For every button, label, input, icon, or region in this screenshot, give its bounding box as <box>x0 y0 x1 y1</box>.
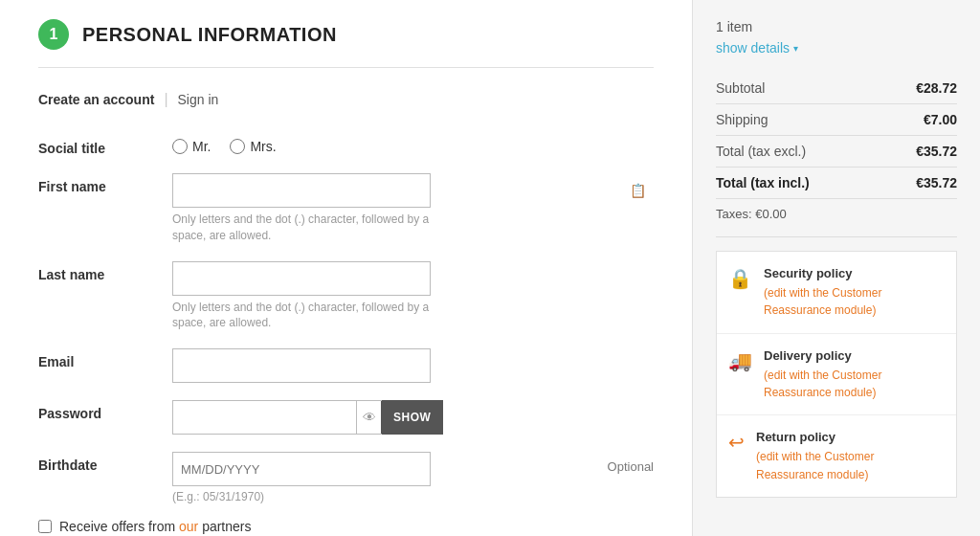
first-name-label: First name <box>38 173 172 194</box>
mrs-radio[interactable] <box>230 139 245 154</box>
total-excl-label: Total (tax excl.) <box>716 144 806 159</box>
birthdate-label: Birthdate <box>38 452 172 473</box>
password-field: 👁 SHOW <box>172 400 654 435</box>
shipping-label: Shipping <box>716 112 768 127</box>
divider <box>38 67 654 68</box>
password-input[interactable] <box>172 400 356 435</box>
total-incl-row: Total (tax incl.) €35.72 <box>716 168 957 199</box>
security-policy-edit: (edit with the Customer Reassurance modu… <box>764 286 881 317</box>
truck-icon: 🚚 <box>728 349 752 372</box>
social-title-label: Social title <box>38 135 172 156</box>
chevron-down-icon: ▾ <box>793 43 798 54</box>
security-policy-title: Security policy <box>764 265 945 282</box>
total-incl-value: €35.72 <box>916 175 957 190</box>
social-title-row: Social title Mr. Mrs. <box>38 135 654 156</box>
total-excl-value: €35.72 <box>916 144 957 159</box>
show-details-text: show details <box>716 40 790 56</box>
delivery-policy-text: Delivery policy (edit with the Customer … <box>764 347 945 402</box>
auth-separator: | <box>164 91 167 108</box>
show-details-link[interactable]: show details ▾ <box>716 40 957 56</box>
social-title-field: Mr. Mrs. <box>172 135 654 154</box>
mr-radio-label[interactable]: Mr. <box>172 139 211 154</box>
return-policy-edit: (edit with the Customer Reassurance modu… <box>756 450 874 480</box>
calendar-icon: 📋 <box>630 183 646 198</box>
birthdate-hint: (E.g.: 05/31/1970) <box>172 490 592 503</box>
first-name-field: 📋 Only letters and the dot (.) character… <box>172 173 654 244</box>
delivery-policy-edit: (edit with the Customer Reassurance modu… <box>764 368 881 399</box>
mrs-radio-label[interactable]: Mrs. <box>230 139 276 154</box>
step-badge: 1 <box>38 19 69 50</box>
create-account-link[interactable]: Create an account <box>38 92 154 107</box>
section-header: 1 PERSONAL INFORMATION <box>38 19 654 50</box>
return-policy-title: Return policy <box>756 429 945 446</box>
taxes-line: Taxes: €0.00 <box>716 199 957 237</box>
last-name-hint: Only letters and the dot (.) character, … <box>172 300 431 332</box>
email-field <box>172 348 654 383</box>
shipping-value: €7.00 <box>924 112 957 127</box>
first-name-input-wrapper: 📋 <box>172 173 654 208</box>
optional-label: Optional <box>608 452 654 474</box>
mr-radio[interactable] <box>172 139 188 154</box>
total-excl-row: Total (tax excl.) €35.72 <box>716 136 957 168</box>
mrs-label-text: Mrs. <box>250 139 276 154</box>
last-name-input-wrapper <box>172 261 654 296</box>
return-policy-item: ↩ Return policy (edit with the Customer … <box>717 415 956 497</box>
first-name-hint: Only letters and the dot (.) character, … <box>172 212 431 244</box>
partners-offer-label: Receive offers from our partners <box>59 519 252 534</box>
partners-offer-row: Receive offers from our partners <box>38 519 654 534</box>
return-icon: ↩ <box>728 431 745 454</box>
first-name-input[interactable] <box>172 173 431 208</box>
lock-icon: 🔒 <box>728 267 752 290</box>
delivery-policy-item: 🚚 Delivery policy (edit with the Custome… <box>717 334 956 416</box>
show-password-button[interactable]: SHOW <box>381 400 443 435</box>
password-row: Password 👁 SHOW <box>38 400 654 435</box>
birthdate-row: Birthdate (E.g.: 05/31/1970) Optional <box>38 452 654 503</box>
return-policy-text: Return policy (edit with the Customer Re… <box>756 429 945 483</box>
subtotal-row: Subtotal €28.72 <box>716 73 957 104</box>
birthdate-input[interactable] <box>172 452 431 486</box>
mr-label-text: Mr. <box>192 139 211 154</box>
email-row: Email <box>38 348 654 383</box>
last-name-input[interactable] <box>172 261 431 296</box>
security-policy-item: 🔒 Security policy (edit with the Custome… <box>717 252 956 334</box>
shipping-row: Shipping €7.00 <box>716 104 957 136</box>
sign-in-link[interactable]: Sign in <box>178 92 219 107</box>
birthdate-field: (E.g.: 05/31/1970) <box>172 452 592 503</box>
form-panel: 1 PERSONAL INFORMATION Create an account… <box>0 0 693 536</box>
partners-offer-checkbox[interactable] <box>38 520 52 533</box>
password-label: Password <box>38 400 172 421</box>
password-wrapper: 👁 SHOW <box>172 400 431 435</box>
email-input[interactable] <box>172 348 431 383</box>
subtotal-value: €28.72 <box>916 80 957 96</box>
subtotal-label: Subtotal <box>716 80 765 96</box>
partners-offer-link[interactable]: our <box>179 519 198 534</box>
last-name-row: Last name Only letters and the dot (.) c… <box>38 261 654 332</box>
auth-links: Create an account | Sign in <box>38 91 654 108</box>
eye-icon: 👁 <box>356 400 382 435</box>
policy-section: 🔒 Security policy (edit with the Custome… <box>716 251 957 498</box>
total-incl-label: Total (tax incl.) <box>716 175 810 190</box>
item-count: 1 item <box>716 19 957 34</box>
first-name-row: First name 📋 Only letters and the dot (.… <box>38 173 654 244</box>
last-name-field: Only letters and the dot (.) character, … <box>172 261 654 332</box>
delivery-policy-title: Delivery policy <box>764 347 945 365</box>
page-title: PERSONAL INFORMATION <box>82 24 337 46</box>
order-summary-panel: 1 item show details ▾ Subtotal €28.72 Sh… <box>693 0 980 536</box>
email-label: Email <box>38 348 172 369</box>
last-name-label: Last name <box>38 261 172 282</box>
security-policy-text: Security policy (edit with the Customer … <box>764 265 945 320</box>
